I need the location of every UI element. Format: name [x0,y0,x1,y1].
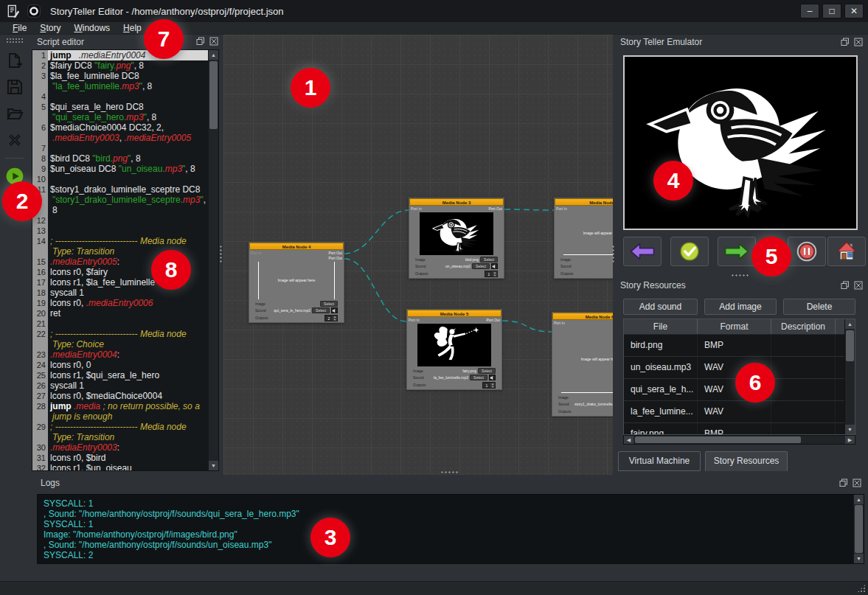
code-line: "qui_sera_le_hero.mp3", 8 [48,112,208,122]
scroll-down-icon[interactable]: ▼ [854,554,864,563]
node-field-value: bird.png [431,257,479,262]
code-line: $bird DC8 "bird.png", 8 [48,153,208,164]
media-node[interactable]: Media Node 5Port InPort Out Imagefairy.p… [406,309,502,390]
maximize-button[interactable]: □ [822,4,841,18]
table-cell: fairy.png [624,423,698,435]
code-line: jump .mediaEntry0004 [48,50,208,60]
port-in[interactable]: Port In [411,206,422,211]
emulator-home-button[interactable] [827,237,866,266]
code-line: .mediaEntry0003: [48,442,208,453]
annotation-marker-6: 6 [735,363,775,403]
script-editor-content[interactable]: 1234567891011121314151617181920212223242… [32,49,219,471]
media-node[interactable]: Media Node 3Port InPort Out Imagebird.pn… [409,198,504,279]
column-header-description[interactable]: Description [771,319,836,334]
save-button[interactable] [3,75,27,99]
media-node[interactable]: Media Node 6Port InImage will appear her… [552,312,613,417]
node-graph-canvas[interactable]: Media Node 4Port InPort OutPort OutImage… [223,35,613,475]
scroll-up-icon[interactable]: ▲ [845,319,855,329]
play-sound-icon[interactable] [331,307,338,313]
emulator-forward-button[interactable] [718,237,756,266]
table-cell: BMP [698,423,771,435]
new-file-button[interactable] [3,49,27,72]
select-button[interactable]: Select [478,368,496,374]
port-out[interactable]: Port Out [488,206,502,211]
close-project-button[interactable] [3,128,27,152]
outputs-stepper[interactable]: 1▲▼ [485,271,498,277]
table-cell [771,357,836,378]
scroll-up-icon[interactable]: ▲ [209,50,218,60]
open-button[interactable] [3,102,27,125]
emulator-ok-button[interactable] [670,237,709,266]
media-node[interactable]: Media NodePort InPort OutImage will appe… [554,198,613,279]
scroll-right-icon[interactable]: ▶ [845,436,855,444]
port-in[interactable]: Port In [409,318,420,322]
outputs-stepper[interactable]: 2▲▼ [324,315,338,321]
table-row[interactable]: la_fee_lumine...WAV [624,401,855,423]
annotation-marker-4: 4 [653,161,693,201]
toolbar-drag-handle[interactable] [6,38,24,43]
close-dock-icon[interactable] [854,281,863,290]
close-button[interactable]: ✕ [844,4,864,18]
script-editor-scrollbar[interactable]: ▲ ▼ [208,50,218,470]
scroll-up-icon[interactable]: ▲ [854,495,864,504]
float-dock-icon[interactable] [841,38,850,46]
minimize-button[interactable]: – [800,4,819,18]
port-out[interactable]: Port Out [328,251,342,255]
float-dock-icon[interactable] [839,479,848,487]
node-image-placeholder: Image will appear here [563,212,613,255]
splitter-handle[interactable] [219,245,223,264]
table-row[interactable]: fairy.pngBMP [624,423,855,435]
delete-button[interactable]: Delete [783,299,855,315]
port-out[interactable]: Port Out [328,256,342,260]
float-dock-icon[interactable] [841,281,850,290]
node-image-preview [420,212,493,255]
select-button[interactable]: Select [480,257,498,262]
outputs-stepper[interactable]: 1▲▼ [482,382,496,389]
select-button[interactable]: Select [472,263,490,269]
emulator-pause-button[interactable] [788,237,826,266]
scroll-left-icon[interactable]: ◀ [624,436,633,444]
add-image-button[interactable]: Add image [704,299,777,315]
close-dock-icon[interactable] [209,37,218,46]
resources-table-scrollbar[interactable]: ▲ ▼ [844,319,855,434]
table-row[interactable]: bird.pngBMP [624,335,855,357]
splitter-handle[interactable] [731,274,750,277]
menu-file[interactable]: File [6,23,33,33]
resize-grip[interactable] [857,584,866,593]
add-sound-button[interactable]: Add sound [623,299,698,315]
column-header-format[interactable]: Format [698,319,771,334]
resources-hscrollbar[interactable]: ◀ ▶ [623,435,855,445]
menu-story[interactable]: Story [33,23,67,33]
close-dock-icon[interactable] [854,38,863,46]
select-button[interactable]: Select [470,375,487,380]
port-in[interactable]: Port In [556,206,567,211]
resources-table-header[interactable]: FileFormatDescription [624,319,855,335]
close-dock-icon[interactable] [853,479,861,487]
node-field-label: Image [558,395,573,400]
media-node[interactable]: Media Node 4Port InPort OutPort OutImage… [249,242,344,323]
node-image-placeholder: Image will appear here [258,262,335,299]
port-in[interactable]: Port In [251,251,262,260]
float-dock-icon[interactable] [196,37,205,46]
log-line: Image: "/home/anthony/ostproj/f/images/b… [44,529,847,540]
menu-windows[interactable]: Windows [67,23,117,33]
scroll-down-icon[interactable]: ▼ [209,461,218,470]
scroll-down-icon[interactable]: ▼ [845,425,855,434]
port-out[interactable]: Port Out [486,318,500,322]
play-sound-icon[interactable] [491,263,498,269]
table-cell: bird.png [624,335,698,356]
logs-scrollbar[interactable]: ▲ ▼ [853,495,864,563]
menu-help[interactable]: Help [117,23,148,33]
table-cell [771,423,836,435]
emulator-back-button[interactable] [623,237,662,266]
splitter-handle[interactable] [440,470,459,474]
column-header-file[interactable]: File [624,319,698,334]
select-button[interactable]: Select [312,307,330,313]
tab-story-resources[interactable]: Story Resources [705,451,788,471]
tab-virtual-machine[interactable]: Virtual Machine [618,451,701,471]
table-cell: la_fee_lumine... [624,401,698,422]
port-in[interactable]: Port In [554,321,565,325]
select-button[interactable]: Select [320,301,338,307]
play-sound-icon[interactable] [489,375,496,380]
logs-content[interactable]: SYSCALL: 1, Sound: "/home/anthony/ostpro… [37,494,864,564]
